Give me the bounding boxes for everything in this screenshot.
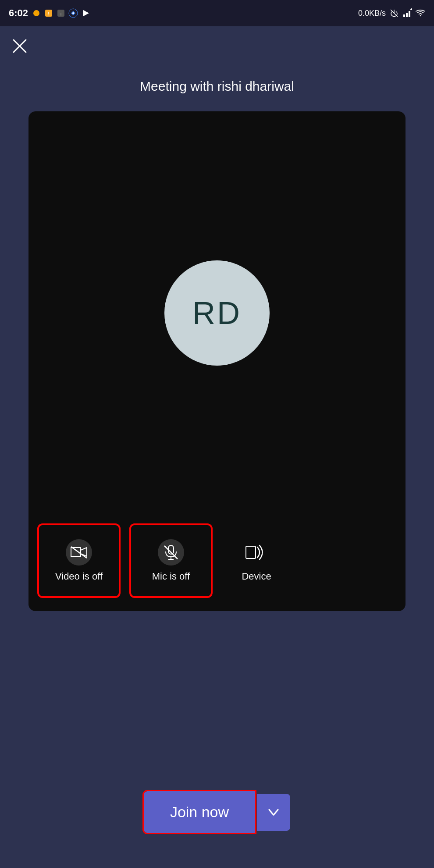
mic-label: Mic is off bbox=[152, 571, 190, 582]
device-label: Device bbox=[242, 571, 271, 582]
join-dropdown-button[interactable] bbox=[257, 794, 290, 831]
app-icon-1: ! bbox=[44, 8, 53, 18]
mic-toggle-button[interactable]: Mic is off bbox=[129, 523, 213, 598]
mute-icon bbox=[389, 8, 399, 18]
mic-off-icon bbox=[163, 544, 179, 560]
join-button-area: Join now bbox=[144, 791, 290, 833]
main-content: Meeting with rishi dhariwal RD Video is … bbox=[0, 26, 434, 868]
speaker-icon bbox=[245, 543, 268, 562]
avatar-initials: RD bbox=[192, 295, 242, 331]
chevron-down-icon bbox=[267, 806, 280, 818]
video-label: Video is off bbox=[55, 571, 103, 582]
svg-text:!: ! bbox=[48, 11, 49, 16]
video-controls: Video is off Mic is off bbox=[28, 515, 406, 611]
svg-point-6 bbox=[72, 12, 74, 14]
video-off-icon bbox=[70, 546, 88, 559]
play-icon bbox=[81, 8, 90, 18]
avatar-container: RD bbox=[164, 111, 270, 515]
svg-rect-10 bbox=[406, 13, 408, 17]
svg-rect-11 bbox=[409, 11, 410, 17]
video-off-icon-wrapper bbox=[66, 539, 92, 566]
status-bar-icons: ! ↓ bbox=[32, 8, 90, 18]
join-now-button[interactable]: Join now bbox=[144, 791, 255, 833]
svg-rect-9 bbox=[403, 14, 405, 17]
device-icon bbox=[243, 539, 270, 566]
video-toggle-button[interactable]: Video is off bbox=[37, 523, 121, 598]
svg-text:↓: ↓ bbox=[60, 12, 62, 16]
app-icon-2: ↓ bbox=[56, 8, 66, 18]
network-speed: 0.0KB/s bbox=[358, 9, 386, 18]
signal-plus-icon bbox=[402, 8, 412, 18]
video-preview: RD Video is off bbox=[28, 111, 406, 611]
status-bar-right: 0.0KB/s bbox=[358, 8, 425, 18]
status-bar: 6:02 ! ↓ bbox=[0, 0, 434, 26]
status-time: 6:02 bbox=[9, 7, 28, 19]
close-icon bbox=[12, 38, 28, 54]
mic-off-icon-wrapper bbox=[158, 539, 184, 566]
notification-icon bbox=[32, 8, 41, 18]
device-button[interactable]: Device bbox=[221, 523, 292, 598]
status-bar-left: 6:02 ! ↓ bbox=[9, 7, 90, 19]
avatar: RD bbox=[164, 260, 270, 366]
svg-point-0 bbox=[33, 10, 39, 16]
svg-rect-21 bbox=[246, 546, 256, 559]
wifi-icon bbox=[416, 8, 425, 18]
svg-marker-7 bbox=[83, 10, 89, 16]
maps-icon bbox=[68, 8, 78, 18]
meeting-title: Meeting with rishi dhariwal bbox=[140, 79, 294, 94]
close-button[interactable] bbox=[9, 35, 31, 57]
